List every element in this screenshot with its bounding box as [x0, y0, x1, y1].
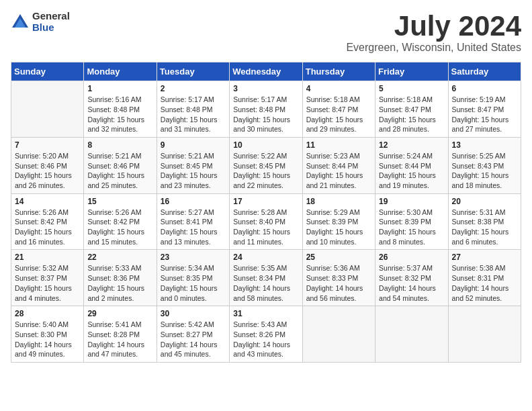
- calendar-header: SundayMondayTuesdayWednesdayThursdayFrid…: [11, 62, 521, 81]
- day-number: 23: [161, 253, 226, 262]
- day-number: 18: [306, 197, 371, 206]
- calendar-cell: 18Sunrise: 5:29 AMSunset: 8:39 PMDayligh…: [302, 193, 375, 250]
- calendar-cell: 24Sunrise: 5:35 AMSunset: 8:34 PMDayligh…: [230, 250, 302, 306]
- week-row-4: 28Sunrise: 5:40 AMSunset: 8:30 PMDayligh…: [11, 306, 521, 363]
- calendar-cell: 19Sunrise: 5:30 AMSunset: 8:39 PMDayligh…: [375, 193, 448, 250]
- day-number: 21: [15, 253, 80, 262]
- day-number: 9: [161, 140, 226, 150]
- header-day-monday: Monday: [84, 62, 157, 81]
- day-info: Sunrise: 5:26 AMSunset: 8:42 PMDaylight:…: [15, 208, 80, 247]
- week-row-1: 7Sunrise: 5:20 AMSunset: 8:46 PMDaylight…: [11, 137, 521, 193]
- day-info: Sunrise: 5:40 AMSunset: 8:30 PMDaylight:…: [15, 320, 80, 359]
- day-number: 16: [161, 197, 226, 206]
- logo: General Blue: [11, 11, 70, 33]
- day-info: Sunrise: 5:41 AMSunset: 8:28 PMDaylight:…: [87, 320, 152, 359]
- week-row-2: 14Sunrise: 5:26 AMSunset: 8:42 PMDayligh…: [11, 193, 521, 250]
- day-info: Sunrise: 5:43 AMSunset: 8:26 PMDaylight:…: [233, 320, 298, 359]
- day-info: Sunrise: 5:36 AMSunset: 8:33 PMDaylight:…: [306, 263, 371, 303]
- day-number: 12: [379, 140, 444, 150]
- title-section: July 2024 Evergreen, Wisconsin, United S…: [346, 11, 521, 54]
- header-day-sunday: Sunday: [11, 62, 84, 81]
- calendar-cell: 30Sunrise: 5:42 AMSunset: 8:27 PMDayligh…: [157, 306, 229, 363]
- calendar-cell: 21Sunrise: 5:32 AMSunset: 8:37 PMDayligh…: [11, 250, 84, 306]
- day-number: 11: [306, 140, 371, 150]
- calendar-cell: 28Sunrise: 5:40 AMSunset: 8:30 PMDayligh…: [11, 306, 84, 363]
- day-info: Sunrise: 5:38 AMSunset: 8:31 PMDaylight:…: [452, 263, 517, 303]
- calendar-cell: 25Sunrise: 5:36 AMSunset: 8:33 PMDayligh…: [302, 250, 375, 306]
- header-day-tuesday: Tuesday: [157, 62, 229, 81]
- header-day-saturday: Saturday: [448, 62, 521, 81]
- day-info: Sunrise: 5:35 AMSunset: 8:34 PMDaylight:…: [233, 263, 298, 303]
- day-info: Sunrise: 5:32 AMSunset: 8:37 PMDaylight:…: [15, 263, 80, 303]
- calendar-cell: 20Sunrise: 5:31 AMSunset: 8:38 PMDayligh…: [448, 193, 521, 250]
- day-number: 30: [161, 309, 226, 318]
- day-info: Sunrise: 5:29 AMSunset: 8:39 PMDaylight:…: [306, 208, 371, 247]
- day-info: Sunrise: 5:18 AMSunset: 8:47 PMDaylight:…: [306, 95, 371, 134]
- main-title: July 2024: [346, 11, 521, 42]
- calendar-cell: 22Sunrise: 5:33 AMSunset: 8:36 PMDayligh…: [84, 250, 157, 306]
- calendar-cell: 26Sunrise: 5:37 AMSunset: 8:32 PMDayligh…: [375, 250, 448, 306]
- day-number: 19: [379, 197, 444, 206]
- calendar-cell: 2Sunrise: 5:17 AMSunset: 8:48 PMDaylight…: [157, 81, 229, 138]
- day-info: Sunrise: 5:21 AMSunset: 8:46 PMDaylight:…: [87, 151, 152, 191]
- day-info: Sunrise: 5:34 AMSunset: 8:35 PMDaylight:…: [161, 263, 226, 303]
- day-number: 29: [87, 309, 152, 318]
- week-row-0: 1Sunrise: 5:16 AMSunset: 8:48 PMDaylight…: [11, 81, 521, 138]
- logo-general: General: [32, 11, 70, 22]
- day-number: 13: [452, 140, 517, 150]
- day-number: 2: [161, 84, 226, 93]
- calendar-cell: 17Sunrise: 5:28 AMSunset: 8:40 PMDayligh…: [230, 193, 302, 250]
- day-info: Sunrise: 5:17 AMSunset: 8:48 PMDaylight:…: [161, 95, 226, 134]
- calendar-cell: 13Sunrise: 5:25 AMSunset: 8:43 PMDayligh…: [448, 137, 521, 193]
- calendar: SundayMondayTuesdayWednesdayThursdayFrid…: [11, 62, 521, 363]
- calendar-cell: 14Sunrise: 5:26 AMSunset: 8:42 PMDayligh…: [11, 193, 84, 250]
- day-info: Sunrise: 5:26 AMSunset: 8:42 PMDaylight:…: [87, 208, 152, 247]
- day-info: Sunrise: 5:28 AMSunset: 8:40 PMDaylight:…: [233, 208, 298, 247]
- calendar-cell: 7Sunrise: 5:20 AMSunset: 8:46 PMDaylight…: [11, 137, 84, 193]
- calendar-cell: 6Sunrise: 5:19 AMSunset: 8:47 PMDaylight…: [448, 81, 521, 138]
- day-info: Sunrise: 5:16 AMSunset: 8:48 PMDaylight:…: [87, 95, 152, 134]
- calendar-cell: 23Sunrise: 5:34 AMSunset: 8:35 PMDayligh…: [157, 250, 229, 306]
- page-header: General Blue July 2024 Evergreen, Wiscon…: [11, 11, 521, 54]
- day-info: Sunrise: 5:31 AMSunset: 8:38 PMDaylight:…: [452, 208, 517, 247]
- day-number: 6: [452, 84, 517, 93]
- day-info: Sunrise: 5:20 AMSunset: 8:46 PMDaylight:…: [15, 151, 80, 191]
- calendar-cell: 4Sunrise: 5:18 AMSunset: 8:47 PMDaylight…: [302, 81, 375, 138]
- calendar-cell: 1Sunrise: 5:16 AMSunset: 8:48 PMDaylight…: [84, 81, 157, 138]
- calendar-cell: 10Sunrise: 5:22 AMSunset: 8:45 PMDayligh…: [230, 137, 302, 193]
- logo-blue: Blue: [32, 22, 70, 34]
- calendar-cell: [375, 306, 448, 363]
- day-number: 14: [15, 197, 80, 206]
- day-number: 8: [87, 140, 152, 150]
- day-info: Sunrise: 5:21 AMSunset: 8:45 PMDaylight:…: [161, 151, 226, 191]
- logo-text: General Blue: [32, 11, 70, 33]
- day-number: 26: [379, 253, 444, 262]
- day-number: 31: [233, 309, 298, 318]
- calendar-cell: 27Sunrise: 5:38 AMSunset: 8:31 PMDayligh…: [448, 250, 521, 306]
- day-number: 24: [233, 253, 298, 262]
- day-number: 4: [306, 84, 371, 93]
- day-number: 5: [379, 84, 444, 93]
- calendar-cell: 29Sunrise: 5:41 AMSunset: 8:28 PMDayligh…: [84, 306, 157, 363]
- day-number: 1: [87, 84, 152, 93]
- day-info: Sunrise: 5:42 AMSunset: 8:27 PMDaylight:…: [161, 320, 226, 359]
- header-day-wednesday: Wednesday: [230, 62, 302, 81]
- calendar-cell: 16Sunrise: 5:27 AMSunset: 8:41 PMDayligh…: [157, 193, 229, 250]
- day-number: 27: [452, 253, 517, 262]
- calendar-cell: 9Sunrise: 5:21 AMSunset: 8:45 PMDaylight…: [157, 137, 229, 193]
- day-number: 22: [87, 253, 152, 262]
- logo-icon: [11, 13, 30, 32]
- subtitle: Evergreen, Wisconsin, United States: [346, 42, 521, 54]
- calendar-cell: 11Sunrise: 5:23 AMSunset: 8:44 PMDayligh…: [302, 137, 375, 193]
- calendar-cell: 5Sunrise: 5:18 AMSunset: 8:47 PMDaylight…: [375, 81, 448, 138]
- day-number: 25: [306, 253, 371, 262]
- header-row: SundayMondayTuesdayWednesdayThursdayFrid…: [11, 62, 521, 81]
- day-info: Sunrise: 5:30 AMSunset: 8:39 PMDaylight:…: [379, 208, 444, 247]
- header-day-friday: Friday: [375, 62, 448, 81]
- day-info: Sunrise: 5:18 AMSunset: 8:47 PMDaylight:…: [379, 95, 444, 134]
- calendar-cell: 15Sunrise: 5:26 AMSunset: 8:42 PMDayligh…: [84, 193, 157, 250]
- day-number: 15: [87, 197, 152, 206]
- calendar-cell: 8Sunrise: 5:21 AMSunset: 8:46 PMDaylight…: [84, 137, 157, 193]
- calendar-body: 1Sunrise: 5:16 AMSunset: 8:48 PMDaylight…: [11, 81, 521, 363]
- calendar-cell: [11, 81, 84, 138]
